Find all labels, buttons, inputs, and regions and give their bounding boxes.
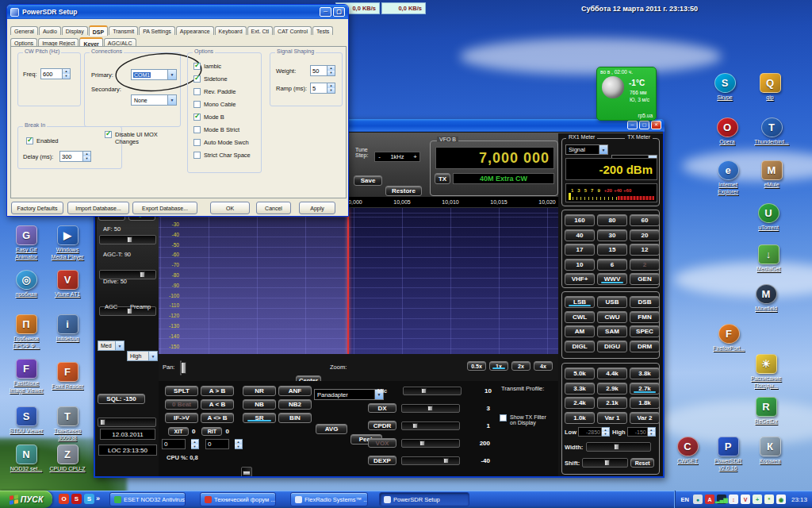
freq-spinner[interactable]: ▲▼ xyxy=(63,68,71,79)
mode-spec-button[interactable]: SPEC xyxy=(630,325,660,337)
language-indicator[interactable]: EN xyxy=(681,496,689,503)
tab-ext-ctl[interactable]: Ext. Ctl xyxy=(247,26,274,35)
band-30-button[interactable]: 30 xyxy=(597,229,627,241)
band-20-button[interactable]: 20 xyxy=(630,229,660,241)
antivirus-tray-icon[interactable]: V xyxy=(741,495,750,504)
desktop-icon-qip[interactable]: Qqip xyxy=(749,73,791,102)
tab-transmit[interactable]: Transmit xyxy=(109,26,138,35)
desktop-icon-internet-explorer[interactable]: eInternetExplorer xyxy=(707,160,749,195)
export-database-button[interactable]: Export Database... xyxy=(132,202,197,214)
vox-slider[interactable] xyxy=(401,439,460,448)
tray-clock[interactable]: 23:13 xyxy=(791,496,807,503)
mode-cwu-button[interactable]: CWU xyxy=(597,311,627,323)
tab-general[interactable]: General xyxy=(10,26,38,35)
ramp-spinner[interactable]: ▲▼ xyxy=(327,83,335,94)
avg-button[interactable]: AVG xyxy=(316,424,347,434)
vfo-b-tx-button[interactable]: TX xyxy=(435,173,450,184)
desktop-icon-foxit-reader[interactable]: FFoxit Reader xyxy=(46,362,89,391)
mode-usb-button[interactable]: USB xyxy=(597,296,627,308)
desktop-icon-korzina[interactable]: ККорзина xyxy=(749,437,791,465)
op-a-b-button[interactable]: A < B xyxy=(201,399,234,410)
desktop-icon-windows-media-player[interactable]: ▶WindowsMedia Player xyxy=(46,225,89,260)
mode-digl-button[interactable]: DIGL xyxy=(565,341,595,352)
mic-slider[interactable] xyxy=(403,387,462,395)
secondary-port-select[interactable]: None▼ xyxy=(131,94,177,106)
bscomet-quicklaunch-icon[interactable]: S xyxy=(71,494,82,504)
op-a-b-button[interactable]: A > B xyxy=(201,386,234,396)
filter-shift-reset-button[interactable]: Reset xyxy=(630,458,654,468)
weather-gadget[interactable]: во в , 02:00 ч. -1°C 766 мм Ю, 3 м/с rp5… xyxy=(596,67,657,121)
dsp-nb-button[interactable]: NB xyxy=(243,399,276,410)
filter-2-1k-button[interactable]: 2.1k xyxy=(597,397,627,409)
filter-var-2-button[interactable]: Var 2 xyxy=(630,412,660,424)
apply-button[interactable]: Apply xyxy=(299,202,335,214)
dsp-bin-button[interactable]: BIN xyxy=(278,413,312,423)
desktop-icon-gorbynov-proff[interactable]: ПГорбыновПРОФ Ф... xyxy=(5,314,48,349)
opera-quicklaunch-icon[interactable]: O xyxy=(59,494,69,504)
iambic-checkbox[interactable] xyxy=(193,63,201,70)
primary-port-select[interactable]: COM1▼ xyxy=(131,69,177,80)
rit-spin-value[interactable]: 0 xyxy=(205,439,229,449)
dsp-sr-button[interactable]: SR xyxy=(243,413,276,423)
band-17-button[interactable]: 17 xyxy=(565,244,595,256)
filter-3-3k-button[interactable]: 3.3k xyxy=(565,383,595,394)
filter-1-8k-button[interactable]: 1.8k xyxy=(630,397,660,409)
filter-3-8k-button[interactable]: 3.8k xyxy=(630,368,660,379)
factory-defaults-button[interactable]: Factory Defaults xyxy=(11,202,63,214)
desktop-icon-minefield[interactable]: MMinefield xyxy=(745,284,787,313)
rev-paddle-checkbox[interactable] xyxy=(193,88,201,95)
band-15-button[interactable]: 15 xyxy=(597,244,627,256)
filter-2-4k-button[interactable]: 2.4k xyxy=(565,397,595,409)
option-mode-b-strict[interactable]: Mode B Strict xyxy=(193,126,260,133)
filter-1-0k-button[interactable]: 1.0k xyxy=(565,412,595,424)
vox-button[interactable]: VOX xyxy=(368,438,396,448)
tab-appearance[interactable]: Appearance xyxy=(176,26,214,35)
band-80-button[interactable]: 80 xyxy=(597,214,627,226)
dsp-nr-button[interactable]: NR xyxy=(243,386,276,396)
start-button[interactable]: ПУСК xyxy=(0,491,52,508)
band-2-button[interactable]: 2 xyxy=(630,259,660,271)
band-40-button[interactable]: 40 xyxy=(565,229,595,241)
network-tray-icon[interactable]: ▂▄▆ xyxy=(717,495,726,504)
rit-spinner[interactable]: ▲▼ xyxy=(235,439,243,449)
desktop-icon-opera[interactable]: OOpera xyxy=(706,117,749,146)
sidetone-checkbox[interactable] xyxy=(193,75,201,83)
strict-char-space-checkbox[interactable] xyxy=(193,152,201,159)
mode-cwl-button[interactable]: CWL xyxy=(565,311,595,323)
chevron-down-icon[interactable]: ▼ xyxy=(167,70,176,79)
eset-tray-icon[interactable]: ◉ xyxy=(776,495,786,504)
filter-5-0k-button[interactable]: 5.0k xyxy=(565,368,595,379)
ok-button[interactable]: OK xyxy=(210,202,250,214)
tab-pa-settings[interactable]: PA Settings xyxy=(139,26,175,35)
task-технический-форум[interactable]: Технический форум ... xyxy=(200,492,276,506)
chevron-down-icon[interactable]: ▼ xyxy=(115,341,124,350)
tune-step-minus-button[interactable]: - xyxy=(375,153,384,160)
filter-high-spinner[interactable]: ▲▼ xyxy=(648,427,656,437)
weight-spinner[interactable]: ▲▼ xyxy=(327,65,335,76)
desktop-icon-skype[interactable]: SSkype xyxy=(703,73,746,102)
tab-tests[interactable]: Tests xyxy=(312,26,333,35)
band-10-button[interactable]: 10 xyxy=(565,259,595,271)
mode-drm-button[interactable]: DRM xyxy=(630,341,660,352)
desktop-icon-faststone-image-viewer[interactable]: FFastStoneImage Viewer xyxy=(5,359,48,394)
option-mode-b[interactable]: Mode B xyxy=(193,114,260,121)
filter-var-1-button[interactable]: Var 1 xyxy=(597,412,627,424)
xit-spinner[interactable]: ▲▼ xyxy=(191,439,199,449)
zoom-1x-button[interactable]: 1x xyxy=(489,361,508,371)
desktop-icon-regetdx[interactable]: RReGetDx xyxy=(745,397,787,425)
option-sidetone[interactable]: Sidetone xyxy=(193,75,260,83)
zoom-4x-button[interactable]: 4x xyxy=(534,361,553,371)
desktop-icon-mediaget[interactable]: ↓MediaGet xyxy=(747,244,790,273)
scheduler-tray-icon[interactable]: ● xyxy=(693,495,703,504)
desktop-icon-firefoxport[interactable]: FFirefoxPort... xyxy=(707,324,750,352)
updown-tray-icon[interactable]: ↕ xyxy=(729,495,738,504)
minimize-icon[interactable]: ─ xyxy=(627,121,638,129)
option-rev-paddle[interactable]: Rev. Paddle xyxy=(193,88,260,95)
skype-quicklaunch-icon[interactable]: S xyxy=(84,494,94,504)
restore-button[interactable]: Restore xyxy=(385,186,422,196)
zoom-0-5x-button[interactable]: 0.5x xyxy=(467,361,486,371)
chevron-down-icon[interactable]: ▼ xyxy=(167,95,176,105)
maximize-icon[interactable]: ▢ xyxy=(639,121,649,129)
desktop-icon-powersdr-v2016[interactable]: PPowerSDRv2.0.16 xyxy=(707,437,749,471)
desktop-icon-raspisanie-pogody[interactable]: ☀РасписаниеПогоды... xyxy=(745,354,787,389)
